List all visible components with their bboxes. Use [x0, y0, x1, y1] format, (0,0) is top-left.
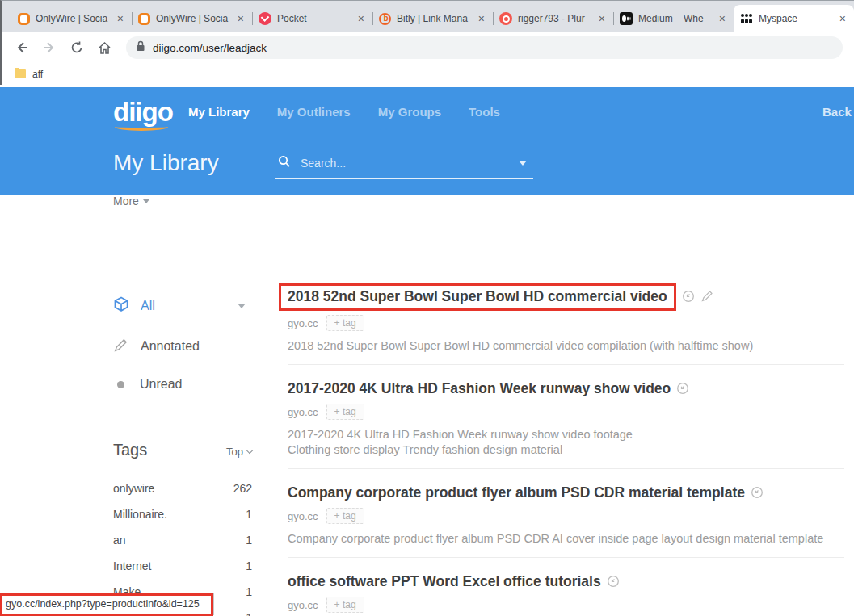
- forward-button[interactable]: [37, 36, 61, 60]
- bookmark-domain[interactable]: gyo.cc: [288, 599, 318, 611]
- tag-name[interactable]: onlywire: [113, 482, 233, 495]
- browser-tab[interactable]: rigger793 - Plur ×: [493, 5, 613, 32]
- bookmark-title-link[interactable]: 2017-2020 4K Ultra HD Fashion Week runwa…: [288, 380, 671, 396]
- tab-close-icon[interactable]: ×: [477, 12, 486, 25]
- browser-tab[interactable]: Pocket ×: [252, 5, 372, 32]
- tag-count: 1: [246, 508, 252, 521]
- pocket-favicon-icon: [259, 12, 271, 25]
- nav-my-groups[interactable]: My Groups: [378, 105, 441, 119]
- myspace-favicon-icon: [740, 12, 753, 25]
- onlywire-favicon-icon: [18, 13, 30, 25]
- tag-name[interactable]: Millionaire.: [113, 508, 246, 521]
- bookmark-domain[interactable]: gyo.cc: [288, 406, 318, 418]
- search-options-caret-icon[interactable]: [519, 161, 527, 166]
- tag-name[interactable]: Internet: [113, 559, 246, 572]
- add-tag-button[interactable]: + tag: [326, 508, 364, 524]
- annotate-pencil-icon: [113, 337, 129, 356]
- browser-tab[interactable]: OnlyWire | Socia ×: [11, 5, 132, 32]
- filter-unread[interactable]: Unread: [113, 377, 252, 392]
- filter-all-label[interactable]: All: [141, 299, 155, 313]
- filters-more[interactable]: More: [113, 195, 252, 207]
- tag-row[interactable]: Internet 1: [113, 553, 252, 579]
- cached-icon[interactable]: [607, 573, 620, 593]
- tab-close-icon[interactable]: ×: [116, 12, 125, 25]
- cached-icon[interactable]: [676, 380, 689, 400]
- refresh-button[interactable]: [65, 36, 89, 60]
- bookmark-description: 2017-2020 4K Ultra HD Fashion Week runwa…: [288, 427, 844, 458]
- more-caret-icon: [143, 199, 149, 203]
- nav-my-outliners[interactable]: My Outliners: [277, 105, 351, 119]
- bookmark-domain[interactable]: gyo.cc: [288, 317, 318, 329]
- filter-all-caret-icon[interactable]: [238, 304, 246, 308]
- filter-annotated-label[interactable]: Annotated: [141, 339, 200, 354]
- tab-title: Myspace: [759, 13, 832, 24]
- tab-close-icon[interactable]: ×: [717, 12, 727, 25]
- filter-all[interactable]: All: [113, 296, 252, 316]
- back-button[interactable]: [10, 36, 34, 60]
- filter-annotated[interactable]: Annotated: [113, 337, 252, 356]
- add-tag-button[interactable]: + tag: [326, 315, 364, 331]
- bookmark-item: office software PPT Word Excel office tu…: [288, 572, 844, 616]
- tag-count: 1: [246, 534, 252, 547]
- address-bar[interactable]: diigo.com/user/leadjack: [126, 36, 843, 59]
- home-button[interactable]: [92, 36, 116, 60]
- browser-tab[interactable]: Bitly | Link Mana ×: [372, 5, 493, 32]
- tag-row[interactable]: Millionaire. 1: [113, 501, 252, 527]
- browser-tab[interactable]: OnlyWire | Socia ×: [132, 5, 252, 32]
- back-to-link[interactable]: Back to: [822, 105, 854, 119]
- bookmark-item: 2017-2020 4K Ultra HD Fashion Week runwa…: [288, 379, 844, 469]
- bookmark-title-link[interactable]: office software PPT Word Excel office tu…: [288, 573, 601, 589]
- nav-my-library[interactable]: My Library: [188, 105, 250, 119]
- add-tag-button[interactable]: + tag: [326, 597, 364, 613]
- onlywire-favicon-icon: [138, 13, 150, 25]
- site-header: diigo My Library My Outliners My Groups …: [0, 87, 854, 195]
- tab-close-icon[interactable]: ×: [236, 12, 246, 25]
- filter-unread-label[interactable]: Unread: [140, 377, 182, 392]
- cached-icon[interactable]: [682, 288, 695, 308]
- tags-header: Tags Top: [113, 441, 252, 459]
- tab-title: rigger793 - Plur: [518, 13, 591, 24]
- tab-title: Pocket: [277, 13, 351, 24]
- bookmark-folder-aff[interactable]: aff: [32, 69, 43, 80]
- bookmark-description: 2018 52nd Super Bowl Super Bowl HD comme…: [288, 338, 844, 354]
- more-label[interactable]: More: [113, 195, 139, 207]
- library-search[interactable]: Search...: [275, 153, 533, 179]
- tag-count: 1: [246, 559, 252, 572]
- bookmark-title-link[interactable]: Company corporate product flyer album PS…: [288, 484, 745, 501]
- diigo-logo[interactable]: diigo: [113, 98, 173, 125]
- tag-row[interactable]: an 1: [113, 527, 252, 553]
- url-text[interactable]: diigo.com/user/leadjack: [153, 42, 267, 54]
- bookmark-title-row: Company corporate product flyer album PS…: [288, 483, 844, 504]
- search-placeholder[interactable]: Search...: [301, 157, 509, 170]
- add-tag-button[interactable]: + tag: [326, 404, 364, 420]
- edit-pencil-icon[interactable]: [700, 288, 714, 308]
- tab-close-icon[interactable]: ×: [356, 12, 366, 25]
- search-icon: [278, 155, 291, 171]
- status-bar-url: gyo.cc/index.php?type=productinfo&id=125: [0, 593, 213, 616]
- bookmark-domain[interactable]: gyo.cc: [288, 510, 318, 522]
- bookmark-title-row: office software PPT Word Excel office tu…: [288, 572, 844, 593]
- tag-name[interactable]: an: [113, 534, 246, 547]
- tags-heading: Tags: [113, 441, 147, 459]
- bookmark-title-row: 2017-2020 4K Ultra HD Fashion Week runwa…: [288, 379, 844, 400]
- library-sidebar: All Annotated Unread More Tags Top onlyw…: [113, 195, 252, 616]
- bookmark-title-row: 2018 52nd Super Bowl Super Bowl HD comme…: [288, 287, 844, 311]
- page-title: My Library: [113, 150, 219, 176]
- tag-count: 1: [246, 611, 252, 616]
- tab-close-icon[interactable]: ×: [597, 12, 607, 25]
- bookmark-title-link[interactable]: 2018 52nd Super Bowl Super Bowl HD comme…: [279, 283, 676, 311]
- tags-sort-label[interactable]: Top: [226, 446, 243, 458]
- browser-tab[interactable]: Medium – Whe ×: [613, 5, 734, 32]
- browser-tab-strip: OnlyWire | Socia × OnlyWire | Socia × Po…: [0, 0, 854, 32]
- lock-icon[interactable]: [136, 40, 145, 55]
- nav-tools[interactable]: Tools: [469, 105, 500, 119]
- tab-close-icon[interactable]: ×: [838, 12, 848, 25]
- bookmark-meta-row: gyo.cc + tag: [288, 597, 844, 613]
- tab-title: OnlyWire | Socia: [156, 13, 230, 24]
- tag-row[interactable]: onlywire 262: [113, 476, 252, 501]
- browser-tab[interactable]: Myspace ×: [734, 5, 854, 32]
- cube-icon: [113, 296, 129, 316]
- bookmark-item: 2018 52nd Super Bowl Super Bowl HD comme…: [288, 287, 844, 365]
- cached-icon[interactable]: [751, 484, 764, 504]
- tags-sort-dropdown[interactable]: Top: [226, 446, 252, 458]
